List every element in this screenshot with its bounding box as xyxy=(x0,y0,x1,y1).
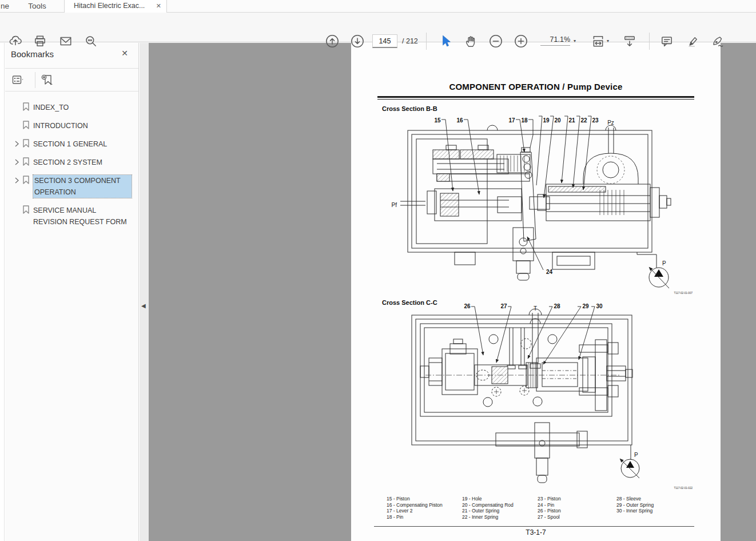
callout-26: 26 xyxy=(464,303,471,309)
select-tool-icon[interactable] xyxy=(439,34,453,48)
print-icon[interactable] xyxy=(33,34,47,48)
bookmark-icon xyxy=(21,120,31,130)
part-entry: 29 - Outer Spring xyxy=(616,502,654,508)
bookmark-item-introduction[interactable]: INTRODUCTION xyxy=(5,117,138,135)
bookmark-label: INTRODUCTION xyxy=(33,120,88,132)
bookmark-label-selected: SECTION 3 COMPONENT OPERATION xyxy=(33,175,132,198)
port-label-pf: Pf xyxy=(392,202,397,208)
callout-28: 28 xyxy=(554,303,560,309)
share-upload-icon[interactable] xyxy=(9,34,22,48)
page-number-input[interactable] xyxy=(372,34,397,48)
chevron-spacer xyxy=(12,121,21,130)
new-bookmark-icon[interactable] xyxy=(41,73,54,87)
highlighter-icon[interactable] xyxy=(686,34,699,48)
bookmark-label: SECTION 2 SYSTEM xyxy=(33,157,102,168)
chevron-spacer xyxy=(12,102,21,112)
previous-page-icon[interactable] xyxy=(325,34,339,48)
bookmarks-list: INDEX_TO INTRODUCTION SECTIO xyxy=(5,92,138,231)
panel-gutter xyxy=(140,43,149,541)
cross-section-bb-diagram: Cross Section B-B xyxy=(351,101,721,298)
callout-29: 29 xyxy=(582,303,589,309)
part-entry: 30 - Inner Spring xyxy=(616,508,654,514)
bookmark-item-revision-form[interactable]: SERVICE MANUAL REVISION REQUEST FORM xyxy=(5,201,138,231)
close-tab-icon[interactable]: ✕ xyxy=(156,0,161,12)
chevron-right-icon[interactable] xyxy=(12,176,21,185)
callout-18: 18 xyxy=(521,117,528,124)
bookmark-icon xyxy=(21,175,31,185)
bookmark-item-section-2[interactable]: SECTION 2 SYSTEM xyxy=(5,153,138,172)
callout-27: 27 xyxy=(500,303,507,309)
tab-bar: ne Tools Hitachi Electric Exac... ✕ xyxy=(0,0,756,13)
bookmarks-close-icon[interactable]: ✕ xyxy=(121,49,128,58)
document-viewport[interactable]: COMPONENT OPERATION / Pump Device xyxy=(149,43,756,541)
callout-15: 15 xyxy=(434,117,441,124)
port-label-t: T xyxy=(534,305,537,312)
bookmark-label: SERVICE MANUAL REVISION REQUEST FORM xyxy=(33,205,127,228)
fit-caret-down-icon[interactable]: ▾ xyxy=(607,38,609,43)
zoom-out-icon[interactable] xyxy=(489,34,503,48)
page-number-footer: T3-1-7 xyxy=(351,528,721,536)
zoom-caret-down-icon[interactable]: ▾ xyxy=(574,38,576,43)
parts-column-4: 28 - Sleeve 29 - Outer Spring 30 - Inner… xyxy=(616,496,654,514)
part-entry: 17 - Lever 2 xyxy=(387,508,443,514)
part-entry: 16 - Compensating Piston xyxy=(387,502,443,508)
callout-16: 16 xyxy=(456,117,463,124)
zoom-in-icon[interactable] xyxy=(514,34,528,48)
tab-document-active[interactable]: Hitachi Electric Exac... ✕ xyxy=(64,0,167,13)
callout-22: 22 xyxy=(580,117,587,124)
main-area: Bookmarks ✕ xyxy=(0,43,756,541)
bookmark-item-section-1[interactable]: SECTION 1 GENERAL xyxy=(5,135,138,153)
next-page-icon[interactable] xyxy=(351,34,364,48)
comment-icon[interactable] xyxy=(660,34,674,48)
part-entry: 20 - Compensating Rod xyxy=(462,502,514,508)
search-icon[interactable] xyxy=(84,34,98,48)
tab-home-partial[interactable]: ne xyxy=(0,0,9,12)
tab-tools[interactable]: Tools xyxy=(17,0,57,12)
chevron-spacer xyxy=(12,205,21,214)
cross-section-cc-diagram: Cross Section C-C xyxy=(351,298,721,495)
bookmark-item-section-3-selected[interactable]: SECTION 3 COMPONENT OPERATION xyxy=(5,172,138,201)
options-separator xyxy=(35,72,35,88)
callout-24: 24 xyxy=(546,269,553,275)
fill-sign-icon[interactable] xyxy=(711,34,725,48)
hand-tool-icon[interactable] xyxy=(464,34,478,48)
figure-code-bb: T117-02-01-007 xyxy=(674,292,693,295)
chevron-right-icon[interactable] xyxy=(12,139,21,148)
figure-code-cc: T117-02-01-022 xyxy=(674,487,693,490)
document-tab-title: Hitachi Electric Exac... xyxy=(74,0,145,12)
header-rule-thick xyxy=(377,96,694,98)
page-count-label: / 212 xyxy=(402,37,418,45)
bookmark-icon xyxy=(21,138,31,148)
parts-column-1: 15 - Piston 16 - Compensating Piston 17 … xyxy=(387,496,443,520)
section-cc-title: Cross Section C-C xyxy=(382,299,437,306)
callout-17: 17 xyxy=(508,117,515,124)
toolbar-divider xyxy=(649,33,650,50)
part-entry: 26 - Piston xyxy=(538,508,561,514)
toolbar-divider xyxy=(426,33,427,50)
port-label-pz: Pz xyxy=(607,120,614,126)
bookmarks-title: Bookmarks xyxy=(11,49,54,59)
callout-30: 30 xyxy=(596,303,603,309)
bookmark-icon xyxy=(21,157,31,166)
bookmark-item-index-to[interactable]: INDEX_TO xyxy=(5,98,138,117)
toolbar: / 212 71.1% ▾ xyxy=(0,13,756,42)
acrobat-window: ne Tools Hitachi Electric Exac... ✕ xyxy=(0,0,756,541)
callout-21: 21 xyxy=(568,117,575,124)
nav-rail xyxy=(0,43,5,541)
zoom-level-value[interactable]: 71.1% xyxy=(540,35,570,46)
pdf-page: COMPONENT OPERATION / Pump Device xyxy=(351,43,721,541)
bookmark-icon xyxy=(21,102,31,112)
part-entry: 23 - Piston xyxy=(538,496,561,502)
chevron-right-icon[interactable] xyxy=(12,157,21,166)
parts-column-3: 23 - Piston 24 - Pin 26 - Piston 27 - Sp… xyxy=(538,496,561,520)
bookmarks-options-row xyxy=(5,69,138,92)
collapse-panel-handle[interactable]: ◀ xyxy=(141,300,148,312)
email-icon[interactable] xyxy=(59,34,73,48)
bookmark-label: INDEX_TO xyxy=(33,102,69,113)
parts-column-2: 19 - Hole 20 - Compensating Rod 21 - Out… xyxy=(462,496,514,520)
fit-width-icon[interactable] xyxy=(591,34,605,48)
scrolling-mode-icon[interactable] xyxy=(623,34,636,48)
pump-label-p: P xyxy=(662,260,666,266)
footer-rule xyxy=(374,526,694,527)
bookmark-options-icon[interactable] xyxy=(11,73,25,87)
